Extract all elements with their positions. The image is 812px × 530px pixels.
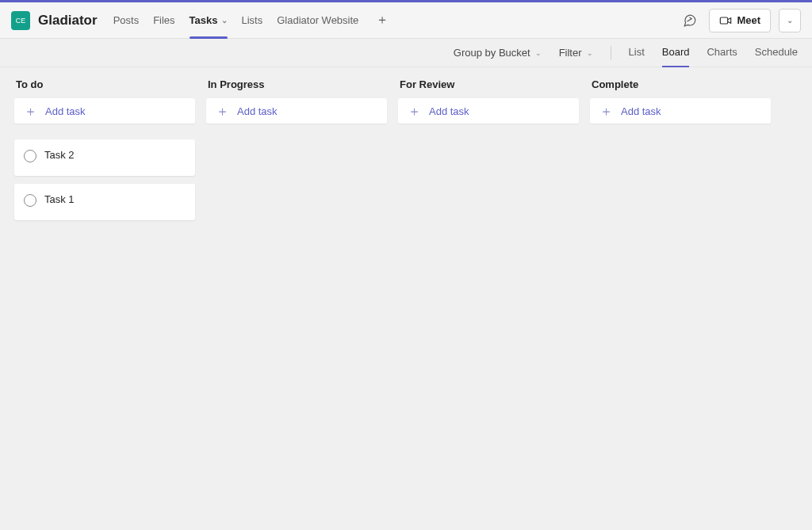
- plus-icon: ＋: [216, 105, 229, 118]
- add-task-button[interactable]: ＋ Add task: [14, 98, 195, 124]
- add-task-label: Add task: [429, 105, 469, 117]
- complete-task-checkbox[interactable]: [24, 194, 36, 207]
- complete-task-checkbox[interactable]: [24, 150, 36, 162]
- board-toolbar: Group by Bucket ⌄ Filter ⌄ List Board Ch…: [0, 39, 812, 67]
- chevron-down-icon: ⌄: [221, 16, 228, 25]
- plus-icon: ＋: [599, 105, 613, 118]
- view-charts[interactable]: Charts: [707, 46, 737, 59]
- tab-files[interactable]: Files: [153, 2, 174, 38]
- tab-posts[interactable]: Posts: [113, 2, 140, 38]
- bucket-todo: To do ＋ Add task Task 2 Task 1: [14, 78, 195, 517]
- bucket-in-progress: In Progress ＋ Add task: [206, 78, 387, 517]
- task-title: Task 1: [44, 193, 75, 205]
- chevron-down-icon: ⌄: [787, 16, 793, 25]
- tab-gladiator-website[interactable]: Gladiator Website: [277, 2, 358, 38]
- add-task-button[interactable]: ＋ Add task: [206, 98, 387, 124]
- add-task-button[interactable]: ＋ Add task: [398, 98, 579, 124]
- team-avatar[interactable]: CE: [11, 11, 30, 30]
- add-task-button[interactable]: ＋ Add task: [590, 98, 771, 124]
- header-actions: Meet ⌄: [679, 9, 801, 32]
- task-card[interactable]: Task 1: [14, 184, 195, 220]
- toolbar-divider: [611, 46, 611, 60]
- plus-icon: ＋: [24, 105, 37, 118]
- group-by-button[interactable]: Group by Bucket ⌄: [454, 47, 542, 59]
- filter-label: Filter: [559, 47, 582, 59]
- tab-posts-label: Posts: [113, 14, 140, 26]
- group-by-label: Group by Bucket: [454, 47, 530, 59]
- kanban-board: To do ＋ Add task Task 2 Task 1 In Progre…: [0, 67, 812, 528]
- reply-thread-button[interactable]: [679, 10, 701, 32]
- add-task-label: Add task: [45, 105, 86, 117]
- task-card[interactable]: Task 2: [14, 139, 195, 176]
- tab-gladiator-website-label: Gladiator Website: [277, 14, 358, 26]
- tab-lists-label: Lists: [242, 14, 263, 26]
- add-tab-button[interactable]: ＋: [373, 12, 392, 29]
- tab-tasks[interactable]: Tasks ⌄: [190, 2, 228, 38]
- svg-rect-0: [721, 17, 728, 24]
- bucket-title[interactable]: For Review: [398, 78, 579, 90]
- bucket-title[interactable]: In Progress: [206, 78, 387, 90]
- video-icon: [719, 14, 732, 27]
- chevron-down-icon: ⌄: [535, 49, 542, 57]
- app-header: CE Gladiator Posts Files Tasks ⌄ Lists G…: [0, 2, 812, 39]
- tab-tasks-label: Tasks: [190, 14, 218, 26]
- task-title: Task 2: [44, 149, 75, 161]
- view-list[interactable]: List: [629, 46, 645, 59]
- channel-tabs: Posts Files Tasks ⌄ Lists Gladiator Webs…: [113, 2, 393, 38]
- meet-dropdown-button[interactable]: ⌄: [779, 9, 801, 32]
- bucket-complete: Complete ＋ Add task: [590, 78, 771, 517]
- bucket-title[interactable]: Complete: [590, 78, 771, 90]
- bucket-for-review: For Review ＋ Add task: [398, 78, 579, 517]
- bucket-title[interactable]: To do: [14, 78, 195, 90]
- view-schedule[interactable]: Schedule: [755, 46, 798, 59]
- plus-icon: ＋: [408, 105, 421, 118]
- filter-button[interactable]: Filter ⌄: [559, 47, 593, 59]
- add-task-label: Add task: [621, 105, 661, 117]
- chevron-down-icon: ⌄: [587, 49, 593, 57]
- meet-label: Meet: [737, 14, 760, 26]
- plus-icon: ＋: [376, 13, 389, 26]
- meet-button[interactable]: Meet: [709, 9, 771, 32]
- add-task-label: Add task: [237, 105, 278, 117]
- tab-files-label: Files: [153, 14, 174, 26]
- tab-lists[interactable]: Lists: [242, 2, 263, 38]
- team-name[interactable]: Gladiator: [38, 13, 98, 29]
- view-board[interactable]: Board: [662, 46, 690, 59]
- chat-icon: [683, 13, 697, 28]
